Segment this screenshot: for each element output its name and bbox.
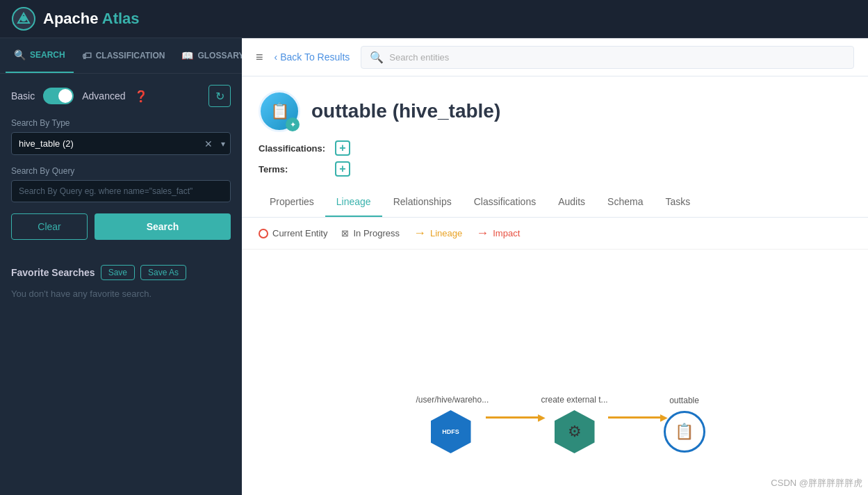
csdn-watermark: CSDN @胖胖胖胖胖虎 <box>771 477 862 489</box>
current-entity-circle-icon <box>259 229 268 238</box>
node-current-label: outtable <box>669 396 699 405</box>
type-select[interactable]: hive_table (2) <box>11 132 231 155</box>
tab-tasks[interactable]: Tasks <box>654 188 701 217</box>
select-clear-icon[interactable]: ✕ <box>204 138 213 149</box>
search-tab-icon: 🔍 <box>14 49 26 60</box>
entity-badge-icon: ✦ <box>286 117 300 131</box>
type-select-wrapper: hive_table (2) ✕ ▾ <box>11 132 231 155</box>
entity-header: 📋 ✦ outtable (hive_table) <box>242 76 868 132</box>
hamburger-icon[interactable]: ≡ <box>256 50 263 65</box>
arrow-connector-1: ▶ <box>486 416 541 419</box>
legend-lineage: → Lineage <box>413 226 462 241</box>
lineage-node-hdfs[interactable]: /user/hive/wareho... HDFS <box>416 395 486 453</box>
tab-lineage[interactable]: Lineage <box>325 188 382 217</box>
terms-label: Terms: <box>259 164 328 175</box>
classification-tab-icon: 🏷 <box>82 50 92 61</box>
favorite-searches-panel: Favorite Searches Save Save As You don't… <box>0 265 242 310</box>
node-current-icon: 📋 <box>664 411 705 453</box>
select-arrow-icon: ▾ <box>221 139 225 149</box>
main-content: ≡ ‹ Back To Results 🔍 📋 ✦ outtable (hive… <box>242 38 868 495</box>
arrow-head-2: ▶ <box>660 412 668 423</box>
global-search-input[interactable] <box>389 52 845 63</box>
lineage-graph[interactable]: /user/hive/wareho... HDFS ▶ create exter… <box>242 250 868 495</box>
tab-classifications[interactable]: Classifications <box>463 188 547 217</box>
tab-properties[interactable]: Properties <box>259 188 325 217</box>
search-by-query-label: Search By Query <box>11 166 231 176</box>
legend-in-progress: ⊠ In Progress <box>341 228 399 238</box>
save-button[interactable]: Save <box>101 265 135 280</box>
lineage-nodes-container: /user/hive/wareho... HDFS ▶ create exter… <box>416 395 705 453</box>
entity-icon: 📋 ✦ <box>259 90 300 132</box>
svg-point-1 <box>21 16 26 22</box>
toggle-knob <box>58 89 72 103</box>
refresh-button[interactable]: ↻ <box>208 85 231 107</box>
clear-button[interactable]: Clear <box>11 213 88 240</box>
logo-text: Apache Atlas <box>43 10 140 28</box>
tab-schema[interactable]: Schema <box>596 188 654 217</box>
entity-meta: Classifications: + Terms: + <box>242 132 868 185</box>
basic-label: Basic <box>11 90 35 102</box>
impact-arrow-icon: → <box>476 226 489 241</box>
favorite-empty-text: You don't have any favorite search. <box>11 289 231 299</box>
basic-advanced-toggle[interactable] <box>43 88 74 104</box>
node-hdfs-label: /user/hive/wareho... <box>416 395 486 405</box>
add-classification-button[interactable]: + <box>335 140 350 156</box>
classifications-label: Classifications: <box>259 143 328 154</box>
sidebar-tab-glossary[interactable]: 📖 GLOSSARY <box>173 39 242 72</box>
node-process-label: create external t... <box>541 395 608 405</box>
lineage-node-process[interactable]: create external t... ⚙ <box>541 395 608 453</box>
search-buttons: Clear Search <box>11 213 231 240</box>
entity-title: outtable (hive_table) <box>311 100 500 122</box>
help-icon[interactable]: ❓ <box>134 90 148 103</box>
entity-tabs: Properties Lineage Relationships Classif… <box>242 188 868 218</box>
search-by-type-label: Search By Type <box>11 118 231 128</box>
sidebar-tabs: 🔍 SEARCH 🏷 CLASSIFICATION 📖 GLOSSARY <box>0 38 242 74</box>
arrow-line-2: ▶ <box>608 416 664 419</box>
app-header: Apache Atlas <box>0 0 868 38</box>
favorite-searches-title: Favorite Searches <box>11 267 95 278</box>
node-process-icon: ⚙ <box>555 410 595 453</box>
in-progress-icon: ⊠ <box>341 228 349 238</box>
lineage-arrow-icon: → <box>413 226 426 241</box>
process-gear-icon: ⚙ <box>568 423 582 441</box>
tab-audits[interactable]: Audits <box>547 188 596 217</box>
back-chevron-icon: ‹ <box>275 51 278 63</box>
sidebar-tab-search[interactable]: 🔍 SEARCH <box>6 38 74 73</box>
terms-row: Terms: + <box>259 161 851 177</box>
arrow-head-1: ▶ <box>538 412 546 423</box>
tab-relationships[interactable]: Relationships <box>382 188 463 217</box>
back-to-results-button[interactable]: ‹ Back To Results <box>275 51 350 63</box>
save-as-button[interactable]: Save As <box>140 265 186 280</box>
atlas-logo-icon <box>11 6 36 31</box>
sidebar-tab-classification[interactable]: 🏷 CLASSIFICATION <box>74 39 174 72</box>
lineage-node-current[interactable]: outtable 📋 <box>664 396 705 453</box>
advanced-label: Advanced <box>82 90 125 102</box>
content-topbar: ≡ ‹ Back To Results 🔍 <box>242 38 868 76</box>
logo-area: Apache Atlas <box>11 6 253 31</box>
favorite-searches-header: Favorite Searches Save Save As <box>11 265 231 280</box>
classifications-row: Classifications: + <box>259 140 851 156</box>
sidebar: 🔍 SEARCH 🏷 CLASSIFICATION 📖 GLOSSARY Bas… <box>0 38 242 495</box>
toggle-row: Basic Advanced ❓ ↻ <box>11 85 231 107</box>
hdfs-text: HDFS <box>442 428 459 435</box>
node-hdfs-icon: HDFS <box>431 410 471 453</box>
arrow-connector-2: ▶ <box>608 416 664 419</box>
entity-type-icon: 📋 <box>270 102 289 120</box>
sidebar-search-panel: Basic Advanced ❓ ↻ Search By Type hive_t… <box>0 74 242 265</box>
query-input[interactable] <box>11 180 231 202</box>
legend-impact: → Impact <box>476 226 520 241</box>
search-icon: 🔍 <box>370 51 384 64</box>
lineage-legend: Current Entity ⊠ In Progress → Lineage →… <box>242 218 868 250</box>
glossary-tab-icon: 📖 <box>181 50 193 61</box>
add-term-button[interactable]: + <box>335 161 350 177</box>
legend-current-entity: Current Entity <box>259 228 327 238</box>
arrow-line-1: ▶ <box>486 416 541 419</box>
current-table-icon: 📋 <box>675 423 694 441</box>
search-button[interactable]: Search <box>95 213 231 240</box>
global-search-bar[interactable]: 🔍 <box>361 46 854 69</box>
